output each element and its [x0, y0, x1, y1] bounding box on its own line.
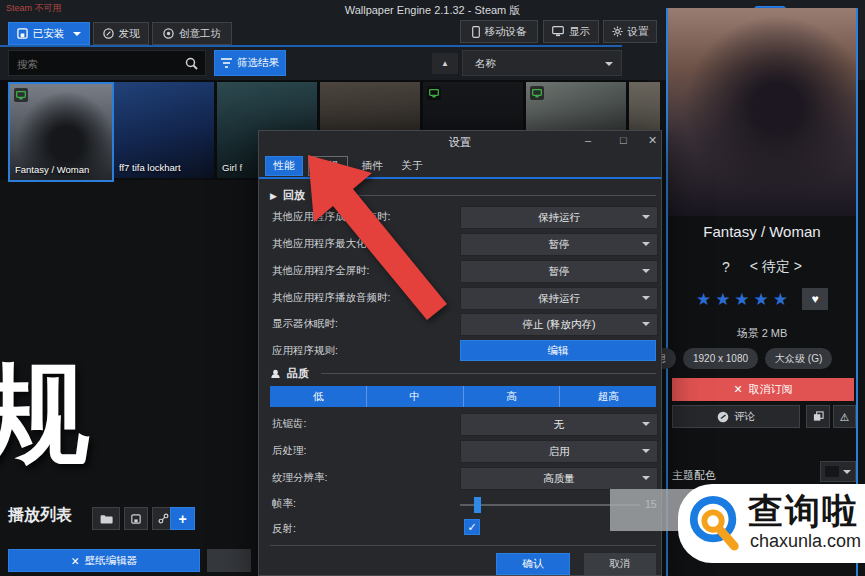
- app-window: Steam 不可用 Wallpaper Engine 2.1.32 - Stea…: [0, 0, 865, 576]
- red-arrow-shape: [308, 155, 447, 320]
- watermark-name: 查询啦: [748, 488, 859, 535]
- chaxunla-logo-icon: [686, 494, 744, 552]
- watermark-domain: chaxunla.com: [750, 531, 861, 552]
- watermark-box: 查询啦 chaxunla.com: [678, 484, 865, 563]
